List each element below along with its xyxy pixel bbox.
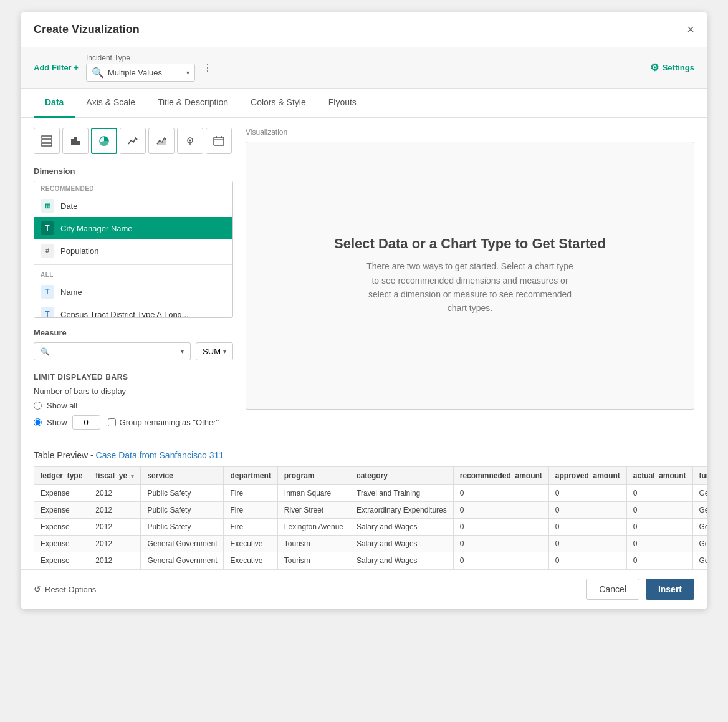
chart-type-map[interactable] bbox=[177, 128, 203, 154]
data-table: ledger_type fiscal_ye ▾ service departme… bbox=[34, 466, 707, 569]
sum-select[interactable]: SUM ▾ bbox=[196, 342, 233, 360]
measure-section: Measure 🔍 ▾ SUM ▾ bbox=[34, 328, 233, 360]
visualization-label: Visualization bbox=[246, 128, 694, 137]
tab-data[interactable]: Data bbox=[34, 89, 75, 118]
cancel-button[interactable]: Cancel bbox=[586, 579, 639, 600]
tab-flyouts[interactable]: Flyouts bbox=[317, 89, 368, 118]
table-row: Expense2012Public SafetyFireRiver Street… bbox=[34, 502, 707, 519]
svg-rect-4 bbox=[74, 137, 77, 145]
chart-type-bar[interactable] bbox=[62, 128, 89, 154]
filter-input-wrap[interactable]: 🔍 ▾ bbox=[86, 64, 195, 82]
reset-icon: ↺ bbox=[34, 584, 41, 594]
chart-type-calendar[interactable] bbox=[206, 128, 232, 154]
group-remaining-checkbox[interactable] bbox=[108, 418, 116, 426]
table-cell: Salary and Wages bbox=[350, 519, 454, 536]
chart-type-line[interactable] bbox=[120, 128, 146, 154]
text-icon: T bbox=[41, 221, 54, 235]
table-cell: 0 bbox=[548, 502, 626, 519]
svg-rect-0 bbox=[42, 136, 52, 138]
show-number-radio[interactable] bbox=[34, 418, 42, 426]
search-icon-measure: 🔍 bbox=[41, 347, 50, 356]
table-cell: 2012 bbox=[89, 485, 141, 502]
chevron-down-sum: ▾ bbox=[223, 348, 226, 355]
dim-item-census[interactable]: T Census Tract District Type A Long... bbox=[34, 303, 232, 318]
dim-name-label: Name bbox=[60, 287, 82, 297]
show-all-radio[interactable] bbox=[34, 402, 42, 410]
col-fiscal-year[interactable]: fiscal_ye ▾ bbox=[89, 467, 141, 485]
table-cell: Expense bbox=[34, 536, 89, 552]
incident-type-input[interactable] bbox=[108, 68, 183, 77]
table-cell: Inman Square bbox=[277, 485, 350, 502]
table-cell: 0 bbox=[548, 519, 626, 536]
chart-type-table[interactable] bbox=[34, 128, 60, 154]
dim-item-date[interactable]: ⊞ Date bbox=[34, 195, 232, 217]
reset-options-button[interactable]: ↺ Reset Options bbox=[34, 584, 96, 594]
filter-options-icon[interactable]: ⋮ bbox=[203, 62, 213, 74]
table-cell: Public Safety bbox=[141, 502, 224, 519]
table-cell: 0 bbox=[626, 552, 692, 569]
table-cell: Expense bbox=[34, 485, 89, 502]
table-cell: Salary and Wages bbox=[350, 536, 454, 552]
show-all-label: Show all bbox=[47, 401, 77, 410]
show-number-row: Show Group remaining as "Other" bbox=[34, 415, 233, 430]
gear-icon: ⚙ bbox=[650, 62, 659, 74]
table-cell: Fire bbox=[224, 485, 277, 502]
col-ledger-type: ledger_type bbox=[34, 467, 89, 485]
table-preview-link[interactable]: Case Data from Sanfancisco 311 bbox=[96, 450, 224, 460]
add-filter-button[interactable]: Add Filter + bbox=[34, 63, 79, 72]
dim-city-manager-label: City Manager Name bbox=[60, 224, 133, 233]
table-cell: General Fund bbox=[692, 485, 707, 502]
col-actual-amount: actual_amount bbox=[626, 467, 692, 485]
measure-search-input[interactable] bbox=[54, 347, 177, 356]
svg-point-9 bbox=[189, 140, 191, 142]
group-remaining-label: Group remaining as "Other" bbox=[108, 418, 219, 427]
col-fund: fund bbox=[692, 467, 707, 485]
table-cell: Expense bbox=[34, 502, 89, 519]
table-cell: Salary and Wages bbox=[350, 552, 454, 569]
visualization-box: Select Data or a Chart Type to Get Start… bbox=[246, 142, 694, 410]
svg-rect-11 bbox=[214, 137, 224, 145]
number-icon: # bbox=[41, 244, 54, 258]
table-cell: General Fund bbox=[692, 552, 707, 569]
table-cell: 0 bbox=[626, 502, 692, 519]
table-cell: Tourism bbox=[277, 552, 350, 569]
dimension-dropdown: RECOMMENDED ⊞ Date T City Manager Name #… bbox=[34, 181, 233, 318]
measure-search-wrap[interactable]: 🔍 ▾ bbox=[34, 342, 191, 360]
show-all-row: Show all bbox=[34, 401, 233, 410]
svg-rect-3 bbox=[71, 139, 74, 145]
dim-date-label: Date bbox=[60, 201, 77, 211]
incident-type-container: Incident Type 🔍 ▾ bbox=[86, 54, 195, 82]
insert-button[interactable]: Insert bbox=[646, 579, 694, 600]
table-header-row: ledger_type fiscal_ye ▾ service departme… bbox=[34, 467, 707, 485]
dim-item-population[interactable]: # Population bbox=[34, 239, 232, 262]
main-content: Dimension RECOMMENDED ⊞ Date T City Mana… bbox=[21, 118, 707, 440]
table-cell: Public Safety bbox=[141, 485, 224, 502]
calendar-icon: ⊞ bbox=[41, 199, 54, 213]
dim-item-city-manager[interactable]: T City Manager Name bbox=[34, 217, 232, 239]
sum-label: SUM bbox=[203, 347, 221, 356]
dim-item-name[interactable]: T Name bbox=[34, 281, 232, 303]
table-cell: 2012 bbox=[89, 519, 141, 536]
table-cell: 0 bbox=[453, 536, 548, 552]
text-icon-census: T bbox=[41, 307, 54, 318]
table-cell: General Fund bbox=[692, 519, 707, 536]
close-button[interactable]: × bbox=[687, 22, 694, 37]
chart-type-icons bbox=[34, 128, 233, 154]
table-preview-label: Table Preview - bbox=[34, 450, 96, 460]
tab-axis-scale[interactable]: Axis & Scale bbox=[75, 89, 146, 118]
viz-empty-desc: There are two ways to get started. Selec… bbox=[364, 259, 576, 315]
settings-button[interactable]: ⚙ Settings bbox=[650, 62, 694, 74]
table-row: Expense2012Public SafetyFireInman Square… bbox=[34, 485, 707, 502]
table-cell: Tourism bbox=[277, 536, 350, 552]
chart-type-area[interactable] bbox=[148, 128, 175, 154]
tabs-bar: Data Axis & Scale Title & Description Co… bbox=[21, 89, 707, 118]
modal-footer: ↺ Reset Options Cancel Insert bbox=[21, 569, 707, 609]
chart-type-pie[interactable] bbox=[91, 128, 117, 154]
tab-title-description[interactable]: Title & Description bbox=[146, 89, 239, 118]
tab-colors-style[interactable]: Colors & Style bbox=[239, 89, 317, 118]
recommended-group-label: RECOMMENDED bbox=[34, 181, 232, 195]
show-number-input[interactable] bbox=[72, 415, 100, 430]
table-cell: General Government bbox=[141, 536, 224, 552]
table-cell: 2012 bbox=[89, 552, 141, 569]
chevron-down-icon: ▾ bbox=[186, 69, 189, 76]
